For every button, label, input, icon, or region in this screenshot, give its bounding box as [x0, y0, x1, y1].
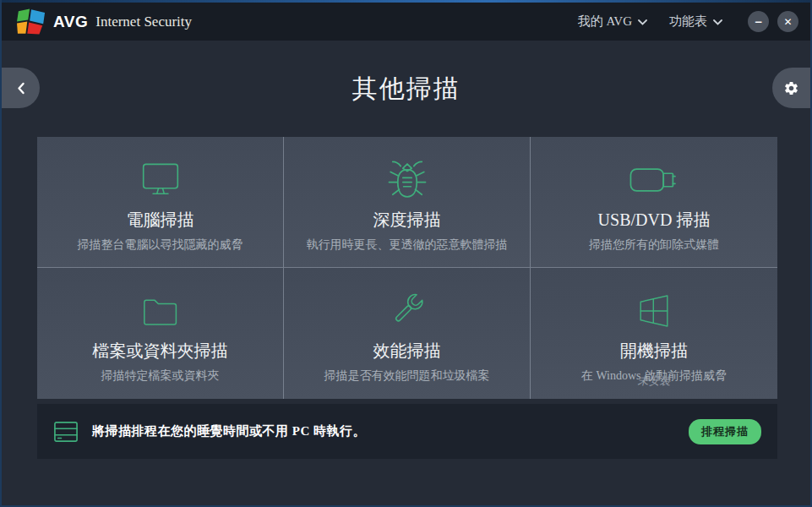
brand-name: AVG	[53, 13, 88, 31]
folder-icon	[37, 290, 283, 332]
tile-usb-dvd-scan[interactable]: USB/DVD 掃描 掃描您所有的卸除式媒體	[531, 137, 777, 268]
tile-subtitle: 掃描是否有效能問題和垃圾檔案	[284, 368, 530, 384]
tile-performance-scan[interactable]: 效能掃描 掃描是否有效能問題和垃圾檔案	[284, 268, 531, 399]
wrench-icon	[284, 290, 530, 332]
tile-title: 檔案或資料夾掃描	[37, 340, 283, 363]
scan-tiles-grid: 電腦掃描 掃描整台電腦以尋找隱藏的威脅 深度掃描 執行用時更長、更透徹的惡意軟體…	[37, 137, 777, 399]
brand-product: Internet Security	[95, 14, 192, 30]
titlebar: AVG Internet Security 我的 AVG 功能表 − ✕	[2, 3, 810, 41]
page-title: 其他掃描	[352, 72, 460, 106]
windows-icon	[531, 290, 777, 332]
menu-my-avg[interactable]: 我的 AVG	[578, 14, 647, 30]
app-window: AVG Internet Security 我的 AVG 功能表 − ✕	[0, 0, 812, 507]
tile-title: 效能掃描	[284, 340, 530, 363]
schedule-icon	[54, 421, 78, 443]
schedule-bar: 將掃描排程在您的睡覺時間或不用 PC 時執行。 排程掃描	[37, 404, 777, 459]
menu-options[interactable]: 功能表	[669, 14, 722, 30]
page-header: 其他掃描	[2, 41, 810, 137]
avg-logo-icon	[17, 8, 46, 35]
menu-options-label: 功能表	[669, 14, 707, 30]
tile-status-note: 未安裝	[531, 373, 777, 389]
chevron-down-icon	[638, 14, 647, 29]
minimize-button[interactable]: −	[748, 11, 769, 32]
usb-icon	[531, 159, 777, 201]
bug-icon	[284, 159, 530, 201]
settings-button[interactable]	[772, 68, 810, 108]
tile-title: 開機掃描	[531, 340, 777, 363]
schedule-message: 將掃描排程在您的睡覺時間或不用 PC 時執行。	[92, 423, 366, 439]
chevron-down-icon	[713, 14, 722, 29]
tile-boot-time-scan[interactable]: 開機掃描 在 Windows 啟動前掃描威脅 未安裝	[531, 268, 777, 399]
tile-computer-scan[interactable]: 電腦掃描 掃描整台電腦以尋找隱藏的威脅	[37, 137, 284, 268]
brand: AVG Internet Security	[17, 8, 192, 35]
chevron-left-icon	[16, 82, 26, 95]
tile-title: 深度掃描	[284, 209, 530, 232]
tile-file-folder-scan[interactable]: 檔案或資料夾掃描 掃描特定檔案或資料夾	[37, 268, 284, 399]
schedule-scan-button[interactable]: 排程掃描	[689, 419, 761, 444]
tile-subtitle: 執行用時更長、更透徹的惡意軟體掃描	[284, 237, 530, 253]
tile-subtitle: 掃描特定檔案或資料夾	[37, 368, 283, 384]
tile-title: 電腦掃描	[37, 209, 283, 232]
tile-subtitle: 掃描整台電腦以尋找隱藏的威脅	[37, 237, 283, 253]
computer-icon	[37, 159, 283, 201]
close-button[interactable]: ✕	[777, 11, 798, 32]
tile-deep-scan[interactable]: 深度掃描 執行用時更長、更透徹的惡意軟體掃描	[284, 137, 531, 268]
tile-title: USB/DVD 掃描	[531, 209, 777, 232]
tile-subtitle: 掃描您所有的卸除式媒體	[531, 237, 777, 253]
titlebar-menus: 我的 AVG 功能表 − ✕	[578, 11, 798, 32]
gear-icon	[783, 80, 799, 96]
back-button[interactable]	[2, 68, 40, 108]
menu-my-avg-label: 我的 AVG	[578, 14, 632, 30]
window-controls: − ✕	[748, 11, 798, 32]
